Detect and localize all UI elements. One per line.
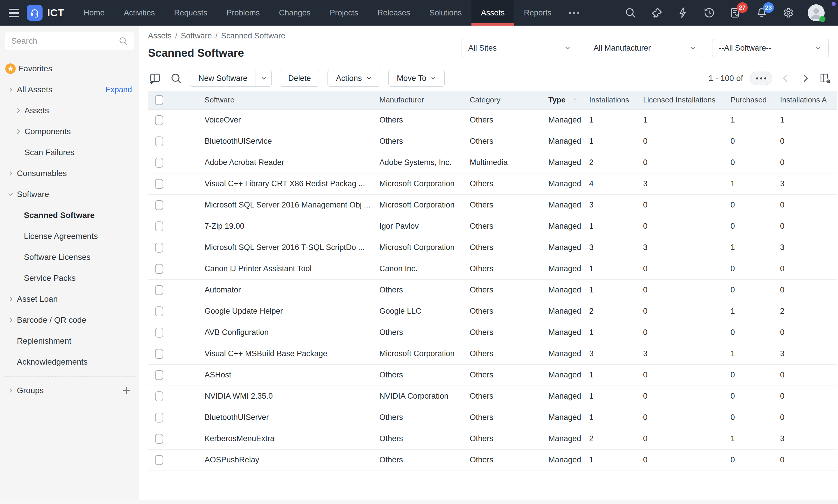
more-menu-icon[interactable] bbox=[561, 0, 587, 25]
new-software-button[interactable]: New Software bbox=[190, 70, 272, 87]
row-checkbox[interactable] bbox=[155, 434, 163, 444]
hamburger-menu-icon[interactable] bbox=[9, 9, 19, 17]
row-checkbox[interactable] bbox=[155, 391, 163, 401]
column-settings-icon[interactable] bbox=[819, 72, 832, 85]
breadcrumb-segment-software[interactable]: Software bbox=[181, 32, 212, 40]
sidebar-item-software-licenses[interactable]: Software Licenses bbox=[0, 247, 139, 268]
sidebar-item-acknowledgements[interactable]: Acknowledgements bbox=[0, 352, 139, 373]
software-name-link[interactable]: AOSPushRelay bbox=[205, 455, 259, 464]
row-checkbox[interactable] bbox=[155, 158, 163, 168]
sidebar-item-service-packs[interactable]: Service Packs bbox=[0, 268, 139, 289]
user-avatar[interactable] bbox=[808, 4, 825, 21]
row-checkbox[interactable] bbox=[155, 115, 163, 125]
row-checkbox[interactable] bbox=[155, 221, 163, 231]
notification-bell-icon[interactable]: 23 bbox=[755, 6, 768, 19]
table-row[interactable]: Visual C++ MSBuild Base PackageMicrosoft… bbox=[148, 343, 837, 364]
filter-all-sites[interactable]: All Sites bbox=[462, 39, 578, 57]
sidebar-item-software[interactable]: Software bbox=[0, 184, 139, 205]
software-name-link[interactable]: BluetoothUIService bbox=[205, 137, 272, 145]
sidebar-item-components[interactable]: Components bbox=[0, 121, 139, 142]
sidebar-item-barcode-qr-code[interactable]: Barcode / QR code bbox=[0, 310, 139, 330]
table-row[interactable]: Visual C++ Library CRT X86 Redist Packag… bbox=[148, 173, 837, 194]
sidebar-item-consumables[interactable]: Consumables bbox=[0, 163, 139, 184]
task-list-icon[interactable]: 27 bbox=[729, 6, 742, 19]
next-page-icon[interactable] bbox=[799, 72, 812, 85]
page-count-more-icon[interactable] bbox=[750, 72, 772, 85]
software-name-link[interactable]: ASHost bbox=[205, 371, 232, 379]
sidebar-item-groups[interactable]: Groups bbox=[0, 380, 139, 401]
column-header-type[interactable]: Type↑ bbox=[541, 91, 582, 109]
software-name-link[interactable]: Visual C++ MSBuild Base Package bbox=[205, 349, 327, 358]
software-name-link[interactable]: BluetoothUIServer bbox=[205, 413, 269, 422]
table-row[interactable]: BluetoothUIServiceOthersOthersManaged100… bbox=[148, 131, 837, 152]
column-header-licensed-installations[interactable]: Licensed Installations bbox=[636, 91, 723, 109]
nav-item-reports[interactable]: Reports bbox=[514, 0, 561, 25]
expand-link[interactable]: Expand bbox=[105, 85, 132, 94]
nav-item-projects[interactable]: Projects bbox=[320, 0, 368, 25]
row-checkbox[interactable] bbox=[155, 306, 163, 316]
table-search-icon[interactable] bbox=[169, 71, 183, 85]
actions-button[interactable]: Actions bbox=[327, 70, 380, 87]
add-column-icon[interactable] bbox=[148, 71, 162, 85]
column-header-installations-a[interactable]: Installations A bbox=[773, 91, 837, 109]
sidebar-item-scanned-software[interactable]: Scanned Software bbox=[0, 205, 139, 226]
row-checkbox[interactable] bbox=[155, 370, 163, 380]
table-row[interactable]: VoiceOverOthersOthersManaged1111 bbox=[148, 109, 837, 131]
software-name-link[interactable]: AVB Configuration bbox=[205, 328, 269, 337]
table-row[interactable]: NVIDIA WMI 2.35.0NVIDIA CorporationOther… bbox=[148, 385, 837, 407]
table-row[interactable]: ASHostOthersOthersManaged1000 bbox=[148, 364, 837, 385]
table-row[interactable]: BluetoothUIServerOthersOthersManaged1000 bbox=[148, 407, 837, 428]
software-name-link[interactable]: NVIDIA WMI 2.35.0 bbox=[205, 392, 273, 400]
nav-item-home[interactable]: Home bbox=[74, 0, 114, 25]
column-header-category[interactable]: Category bbox=[463, 91, 541, 109]
sidebar-item-license-agreements[interactable]: License Agreements bbox=[0, 226, 139, 247]
software-name-link[interactable]: 7-Zip 19.00 bbox=[205, 222, 244, 231]
software-name-link[interactable]: VoiceOver bbox=[205, 115, 241, 124]
software-name-link[interactable]: KerberosMenuExtra bbox=[205, 434, 274, 443]
software-name-link[interactable]: Microsoft SQL Server 2016 T-SQL ScriptDo… bbox=[205, 243, 365, 252]
row-checkbox[interactable] bbox=[155, 413, 163, 422]
column-header-purchased[interactable]: Purchased bbox=[723, 91, 773, 109]
headset-logo-icon[interactable] bbox=[27, 5, 42, 21]
row-checkbox[interactable] bbox=[155, 200, 163, 210]
table-row[interactable]: 7-Zip 19.00Igor PavlovOthersManaged1000 bbox=[148, 216, 837, 237]
filter-all-manufacturer[interactable]: All Manufacturer bbox=[587, 39, 703, 57]
select-all-checkbox[interactable] bbox=[155, 95, 163, 105]
column-header-manufacturer[interactable]: Manufacturer bbox=[372, 91, 463, 109]
table-row[interactable]: Google Update HelperGoogle LLCOthersMana… bbox=[148, 301, 837, 322]
sidebar-item-favorites[interactable]: Favorites bbox=[0, 58, 139, 79]
row-checkbox[interactable] bbox=[155, 285, 163, 295]
table-row[interactable]: AOSPushRelayOthersOthersManaged1000 bbox=[148, 449, 837, 470]
move-to-button[interactable]: Move To bbox=[389, 70, 445, 87]
row-checkbox[interactable] bbox=[155, 455, 163, 465]
sidebar-item-scan-failures[interactable]: Scan Failures bbox=[0, 142, 139, 163]
table-row[interactable]: AutomatorOthersOthersManaged1000 bbox=[148, 280, 837, 301]
search-icon[interactable] bbox=[624, 6, 637, 19]
nav-item-assets[interactable]: Assets bbox=[472, 0, 514, 25]
row-checkbox[interactable] bbox=[155, 328, 163, 338]
nav-item-changes[interactable]: Changes bbox=[270, 0, 320, 25]
table-row[interactable]: Microsoft SQL Server 2016 T-SQL ScriptDo… bbox=[148, 237, 837, 258]
table-row[interactable]: Adobe Acrobat ReaderAdobe Systems, Inc.M… bbox=[148, 152, 837, 173]
new-software-dropdown-arrow[interactable] bbox=[256, 70, 271, 86]
nav-item-releases[interactable]: Releases bbox=[368, 0, 420, 25]
column-header-installations[interactable]: Installations bbox=[582, 91, 636, 109]
row-checkbox[interactable] bbox=[155, 243, 163, 253]
sidebar-item-replenishment[interactable]: Replenishment bbox=[0, 330, 139, 352]
sidebar-item-assets[interactable]: Assets bbox=[0, 100, 139, 121]
history-icon[interactable] bbox=[703, 6, 716, 19]
software-name-link[interactable]: Canon IJ Printer Assistant Tool bbox=[205, 264, 311, 273]
software-name-link[interactable]: Visual C++ Library CRT X86 Redist Packag… bbox=[205, 179, 365, 188]
sidebar-item-all-assets[interactable]: All AssetsExpand bbox=[0, 79, 139, 100]
horizontal-scrollbar-track[interactable] bbox=[0, 500, 838, 504]
settings-gear-icon[interactable] bbox=[782, 6, 794, 19]
software-name-link[interactable]: Adobe Acrobat Reader bbox=[205, 158, 284, 167]
sidebar-item-asset-loan[interactable]: Asset Loan bbox=[0, 289, 139, 310]
software-name-link[interactable]: Automator bbox=[205, 286, 241, 294]
new-software-label[interactable]: New Software bbox=[190, 70, 256, 86]
row-checkbox[interactable] bbox=[155, 264, 163, 274]
nav-item-problems[interactable]: Problems bbox=[217, 0, 270, 25]
ticket-add-icon[interactable] bbox=[650, 6, 663, 19]
column-header-software[interactable]: Software bbox=[198, 91, 372, 109]
delete-button[interactable]: Delete bbox=[280, 70, 319, 87]
